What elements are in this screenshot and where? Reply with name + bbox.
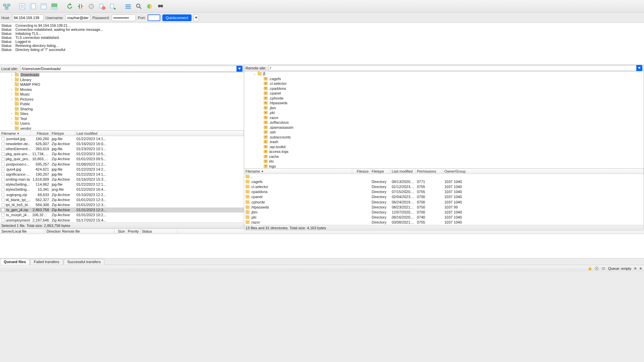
tree-item[interactable]: MAMP PRO — [0, 82, 244, 87]
file-row[interactable]: joomla4.jpg180,260jpg-file01/22/2023 14:… — [0, 136, 244, 141]
tree-item[interactable]: ?.jbm — [244, 106, 644, 111]
file-row[interactable]: t4_blank_tpl_...562,327Zip Archive01/01/… — [0, 197, 244, 202]
file-row[interactable]: smiling-man-ta1,618,009Zip Archive01/16/… — [0, 177, 244, 182]
transfer-queue[interactable] — [0, 234, 644, 258]
file-row[interactable]: tx_gen_j4.zip2,863,758Zip Archive01/31/2… — [0, 207, 244, 213]
file-row[interactable]: .cpanelDirectory02/04/2023 1...07001037 … — [244, 194, 644, 199]
disconnect-icon[interactable] — [97, 2, 107, 11]
file-row[interactable]: .pkiDirectory08/16/2020 1...07401037 104… — [244, 215, 644, 220]
find-icon[interactable] — [156, 2, 165, 11]
message-log[interactable]: Status:Connecting to 94.154.159.139:21..… — [0, 23, 644, 65]
tree-item[interactable]: ›Sites — [0, 111, 244, 116]
file-row[interactable]: significance-...190,207jpg-file01/22/202… — [0, 172, 244, 177]
file-row[interactable]: otherElement...260,819jpg-file01/23/2023… — [0, 146, 244, 151]
tree-item[interactable]: ›Test — [0, 116, 244, 121]
tree-item[interactable]: ?.softaculous — [244, 120, 644, 125]
tab-success[interactable]: Successful transfers — [64, 259, 104, 265]
tree-item[interactable]: ⌄/ — [244, 71, 644, 76]
filter-icon[interactable] — [123, 2, 133, 11]
compare-icon[interactable] — [145, 2, 154, 11]
process-queue-icon[interactable] — [76, 2, 85, 11]
file-row[interactable]: .. — [244, 174, 644, 179]
file-row[interactable]: stylesSetting...10,341png-file01/22/2023… — [0, 187, 244, 192]
file-row[interactable]: newsletter-de..626,007Zip Archive01/16/2… — [0, 141, 244, 146]
tree-item[interactable]: ?.razor — [244, 115, 644, 120]
file-row[interactable]: .htpasswdsDirectory08/23/2021 1...075010… — [244, 204, 644, 209]
file-row[interactable]: unemployment2,197,646Zip Archive01/17/20… — [0, 218, 244, 223]
tree-item[interactable]: ?.cphorde — [244, 96, 644, 101]
file-row[interactable]: .cpaddonsDirectory07/15/2020 2...0755103… — [244, 189, 644, 194]
folder-unknown-icon: ? — [264, 111, 268, 114]
tree-item[interactable]: Sharing — [0, 107, 244, 112]
file-row[interactable]: .cphordeDirectory06/24/2019 1...07001037… — [244, 199, 644, 204]
svg-rect-25 — [160, 6, 161, 6]
tree-item[interactable]: ›Users — [0, 121, 244, 126]
tree-item[interactable]: ?.cpanel — [244, 91, 644, 96]
tree-item[interactable]: ?.htpasswds — [244, 101, 644, 106]
tab-failed[interactable]: Failed transfers — [30, 259, 63, 265]
remote-file-list[interactable]: ...cagefsDirectory08/13/2020 ...07711037… — [244, 174, 644, 225]
toggle-remote-tree-icon[interactable] — [39, 2, 48, 11]
tree-item[interactable]: ?etc — [244, 159, 644, 164]
tree-item[interactable]: ›Music — [0, 92, 244, 97]
file-row[interactable]: .cagefsDirectory08/13/2020 ...07711037 1… — [244, 179, 644, 184]
file-row[interactable]: pkg_quix_pro...10,863,985Zip Archive01/0… — [0, 157, 244, 162]
refresh-icon[interactable] — [65, 2, 74, 11]
tree-item[interactable]: ?.cpaddons — [244, 86, 644, 91]
file-row[interactable]: .jbmDirectory12/07/2020 1...07001037 104… — [244, 209, 644, 215]
tab-queued[interactable]: Queued files — [0, 259, 30, 265]
search-icon[interactable] — [134, 2, 144, 11]
tree-item[interactable]: ›Downloads — [0, 72, 244, 77]
tree-item[interactable]: ›Movies — [0, 87, 244, 92]
quickconnect-history-button[interactable] — [194, 14, 199, 21]
file-row[interactable]: stylesSetting...114,862jpg-file01/22/202… — [0, 182, 244, 187]
local-pane: Local site: ›Downloads›LibraryMAMP PRO›M… — [0, 65, 244, 229]
lock-icon[interactable] — [588, 266, 592, 270]
remote-path-dropdown[interactable] — [636, 65, 642, 71]
tree-item[interactable]: Public — [0, 102, 244, 107]
tree-item[interactable]: ?.subaccounts — [244, 135, 644, 140]
file-row[interactable]: tx_morph_j4...106,328,0...Zip Archive01/… — [0, 213, 244, 218]
tree-item[interactable]: ?.trash — [244, 139, 644, 144]
tree-item[interactable]: ?logs — [244, 164, 644, 169]
remote-directory-tree[interactable]: ⌄/?.cagefs?.cl.selector?.cpaddons?.cpane… — [244, 71, 644, 169]
tree-item[interactable]: ?.wp-toolkit — [244, 144, 644, 149]
file-row[interactable]: .cl.selectorDirectory01/12/2023 1...0755… — [244, 184, 644, 189]
local-file-list[interactable]: joomla4.jpg180,260jpg-file01/22/2023 14:… — [0, 136, 244, 223]
reconnect-icon[interactable] — [108, 2, 117, 11]
toggle-local-tree-icon[interactable] — [28, 2, 38, 11]
file-row[interactable]: .razorDirectory03/08/2021 0...07551037 1… — [244, 220, 644, 225]
remote-file-header[interactable]: Filename▲ Filesize Filetype Last modifie… — [244, 169, 644, 174]
local-path-input[interactable] — [20, 66, 236, 72]
tree-item[interactable]: ?cache — [244, 154, 644, 159]
password-input[interactable] — [112, 14, 136, 21]
local-path-dropdown[interactable] — [236, 66, 243, 72]
remote-path-input[interactable] — [268, 65, 636, 71]
toggle-queue-icon[interactable] — [50, 2, 59, 11]
quickconnect-button[interactable]: Quickconnect — [162, 14, 192, 21]
file-row[interactable]: pkg_quix-pro...11,734,755Zip Archive01/2… — [0, 152, 244, 157]
tree-item[interactable]: ›Pictures — [0, 97, 244, 102]
local-file-header[interactable]: Filename▲ Filesize Filetype Last modifie… — [0, 131, 244, 136]
username-input[interactable] — [65, 14, 90, 21]
tree-item[interactable]: ?.ssh — [244, 130, 644, 135]
tree-item[interactable]: ?access-logs — [244, 149, 644, 154]
tree-item[interactable]: ?.cagefs — [244, 76, 644, 81]
tree-item[interactable]: ?.cl.selector — [244, 81, 644, 86]
cancel-icon[interactable] — [87, 2, 96, 11]
tree-item[interactable]: ?.spamassassin — [244, 125, 644, 130]
tree-item[interactable]: ?.pki — [244, 110, 644, 115]
file-row[interactable]: svgtopng.zip68,633Zip Archive01/10/2023 … — [0, 192, 244, 197]
site-manager-icon[interactable] — [2, 2, 11, 11]
tree-item[interactable]: vendor — [0, 126, 244, 131]
toggle-log-icon[interactable] — [17, 2, 27, 11]
tree-item[interactable]: ›Library — [0, 77, 244, 82]
file-row[interactable]: quix4.jpg424,621jpg-file01/22/2023 14:2.… — [0, 167, 244, 172]
gear-icon[interactable] — [595, 266, 599, 270]
port-input[interactable] — [148, 14, 160, 21]
local-directory-tree[interactable]: ›Downloads›LibraryMAMP PRO›Movies›Music›… — [0, 72, 244, 131]
folder-unknown-icon: ? — [264, 145, 268, 148]
host-input[interactable] — [12, 14, 44, 21]
file-row[interactable]: postponed-c...595,257Zip Archive01/08/20… — [0, 162, 244, 167]
file-row[interactable]: tpl_t4_bs5_bl...584,308Zip Archive01/01/… — [0, 202, 244, 207]
